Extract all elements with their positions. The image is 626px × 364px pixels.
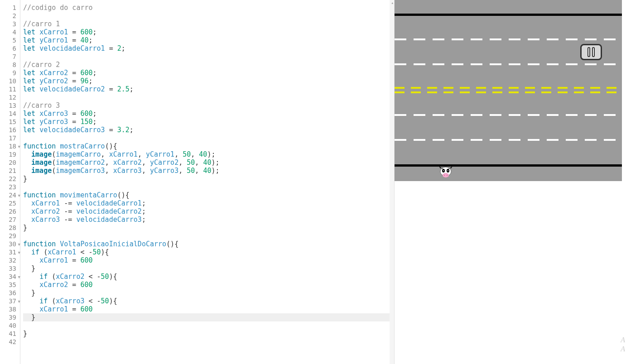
code-token: 2 — [117, 44, 121, 53]
code-token: //carro 3 — [23, 101, 60, 110]
code-token — [23, 150, 31, 158]
code-line[interactable]: } — [23, 264, 390, 273]
line-number: 6 — [0, 44, 20, 53]
code-token — [23, 305, 39, 313]
code-line[interactable] — [23, 321, 390, 330]
code-token: = — [105, 85, 117, 93]
code-line[interactable]: image(imagemCarro, xCarro1, yCarro1, 50,… — [23, 150, 390, 158]
code-token: - — [89, 248, 93, 256]
code-line[interactable]: function movimentaCarro(){ — [23, 191, 390, 199]
code-line[interactable] — [23, 93, 390, 101]
svg-point-4 — [448, 170, 448, 171]
code-token: 50 — [101, 297, 109, 305]
code-token: 40 — [199, 150, 207, 158]
code-token: ); — [211, 158, 219, 167]
code-line[interactable] — [23, 134, 390, 142]
code-token: } — [23, 175, 27, 183]
code-token: 600 — [80, 28, 92, 36]
code-line[interactable] — [23, 338, 390, 346]
code-line[interactable]: let xCarro3 = 600; — [23, 110, 390, 118]
code-line[interactable]: image(imagemCarro2, xCarro2, yCarro2, 50… — [23, 158, 390, 167]
code-line[interactable]: let yCarro1 = 40; — [23, 36, 390, 44]
code-line[interactable]: xCarro2 -= velocidadeCarro2; — [23, 207, 390, 216]
line-number: 7 — [0, 53, 20, 61]
code-token: yCarro3 — [150, 167, 178, 175]
line-number: 41 — [0, 330, 20, 338]
code-line[interactable]: xCarro1 -= velocidadeCarro1; — [23, 199, 390, 207]
code-line[interactable]: xCarro2 = 600 — [23, 281, 390, 289]
scroll-up-arrow-icon[interactable]: ▴ — [391, 0, 394, 5]
code-line[interactable]: let velocidadeCarro2 = 2.5; — [23, 85, 390, 93]
code-line[interactable]: xCarro1 = 600 — [23, 305, 390, 313]
code-token: - — [97, 297, 101, 305]
line-number: 11 — [0, 85, 20, 93]
code-line[interactable]: let velocidadeCarro3 = 3.2; — [23, 126, 390, 134]
code-token: < — [84, 297, 96, 305]
code-token: < — [76, 248, 88, 256]
code-line[interactable] — [23, 183, 390, 191]
code-line[interactable]: } — [23, 330, 390, 338]
code-line[interactable]: let velocidadeCarro1 = 2; — [23, 44, 390, 53]
code-line[interactable]: let xCarro2 = 600; — [23, 69, 390, 77]
code-line[interactable] — [23, 53, 390, 61]
code-line[interactable]: //codigo do carro — [23, 4, 390, 12]
game-canvas[interactable] — [395, 0, 622, 181]
code-token: image — [31, 167, 52, 175]
code-token: = — [68, 110, 80, 118]
code-line[interactable]: } — [23, 313, 390, 321]
car-sprite — [580, 44, 602, 60]
code-editor[interactable]: 123456789101112131415161718▼192021222324… — [0, 0, 395, 364]
code-line[interactable] — [23, 232, 390, 240]
code-line[interactable]: //carro 1 — [23, 20, 390, 28]
code-line[interactable]: let yCarro3 = 150; — [23, 118, 390, 126]
line-number-gutter[interactable]: 123456789101112131415161718▼192021222324… — [0, 0, 20, 364]
code-line[interactable]: xCarro1 = 600 — [23, 256, 390, 264]
code-line[interactable]: let yCarro2 = 96; — [23, 77, 390, 85]
code-token: = — [68, 77, 80, 85]
code-line[interactable]: function VoltaPosicaoInicialDoCarro(){ — [23, 240, 390, 248]
code-line[interactable]: if (xCarro2 < -50){ — [23, 273, 390, 281]
code-line[interactable]: } — [23, 224, 390, 232]
code-token: yCarro2 — [39, 77, 68, 85]
code-token: let — [23, 44, 39, 53]
code-token: xCarro1 — [31, 199, 60, 207]
code-line[interactable]: } — [23, 289, 390, 297]
code-token: ; — [142, 199, 146, 207]
code-line[interactable]: if (xCarro3 < -50){ — [23, 297, 390, 305]
code-line[interactable]: image(imagemCarro3, xCarro3, yCarro3, 50… — [23, 167, 390, 175]
line-number: 4 — [0, 28, 20, 36]
code-line[interactable]: //carro 2 — [23, 61, 390, 69]
code-token: , — [195, 167, 203, 175]
line-number: 13 — [0, 101, 20, 110]
code-line[interactable]: xCarro3 -= velocidadeCarro3; — [23, 216, 390, 224]
code-token: function — [23, 142, 60, 150]
decorative-glyph-1: A — [621, 336, 625, 344]
code-line[interactable]: //carro 3 — [23, 101, 390, 110]
code-token — [23, 207, 31, 216]
code-area[interactable]: //codigo do carro//carro 1let xCarro1 = … — [20, 0, 390, 364]
code-line[interactable] — [23, 12, 390, 20]
editor-scrollbar[interactable]: ▴ — [390, 0, 394, 364]
code-token: 50 — [187, 158, 195, 167]
line-number: 10 — [0, 77, 20, 85]
code-token: 150 — [80, 118, 92, 126]
decorative-glyph-2: A — [621, 345, 625, 353]
code-line[interactable]: let xCarro1 = 600; — [23, 28, 390, 36]
code-line[interactable]: if (xCarro1 < -50){ — [23, 248, 390, 256]
code-token: xCarro3 — [39, 110, 68, 118]
code-token: yCarro3 — [39, 118, 68, 126]
code-token — [23, 289, 31, 297]
code-line[interactable]: } — [23, 175, 390, 183]
code-token: 50 — [93, 248, 101, 256]
code-token: xCarro1 — [39, 28, 68, 36]
line-number: 33 — [0, 264, 20, 273]
code-token: (){ — [105, 142, 117, 150]
code-token: function — [23, 240, 60, 248]
code-line[interactable]: function mostraCarro(){ — [23, 142, 390, 150]
code-token: } — [23, 224, 27, 232]
line-number: 18▼ — [0, 142, 20, 150]
code-token: ; — [142, 207, 146, 216]
code-token: mostraCarro — [60, 142, 105, 150]
code-token: , — [174, 150, 183, 158]
code-token: , — [105, 158, 113, 167]
